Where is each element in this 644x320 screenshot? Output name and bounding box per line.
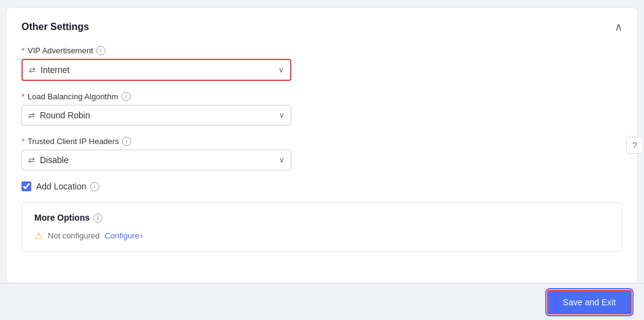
not-configured-row: ⚠ Not configured Configure › bbox=[34, 230, 610, 242]
load-balancing-value: Round Robin bbox=[40, 110, 90, 120]
tc-info-icon[interactable]: i bbox=[122, 137, 131, 146]
configure-link[interactable]: Configure › bbox=[105, 231, 144, 240]
load-balancing-field: * Load Balancing Algorithm i ⇄ Round Rob… bbox=[21, 92, 623, 126]
footer: Save and Exit bbox=[0, 283, 644, 320]
vip-required-star: * bbox=[21, 46, 25, 55]
lb-chevron-icon: ∨ bbox=[279, 111, 285, 120]
vip-advertisement-value: Internet bbox=[40, 65, 69, 75]
vip-chevron-icon: ∨ bbox=[278, 66, 284, 74]
lb-sync-icon: ⇄ bbox=[28, 111, 35, 120]
help-bubble[interactable]: ? bbox=[626, 137, 643, 154]
not-configured-text: Not configured bbox=[48, 231, 100, 240]
main-content: Other Settings ∧ * VIP Advertisement i ⇄… bbox=[0, 0, 644, 283]
card-title: Other Settings bbox=[21, 21, 89, 32]
more-options-title: More Options i bbox=[34, 213, 610, 223]
lb-info-icon[interactable]: i bbox=[121, 92, 131, 101]
vip-sync-icon: ⇄ bbox=[29, 66, 36, 75]
configure-chevron-icon: › bbox=[140, 231, 143, 240]
tc-label-text: Trusted Client IP Headers bbox=[28, 137, 119, 146]
collapse-icon[interactable]: ∧ bbox=[615, 20, 623, 34]
more-options-box: More Options i ⚠ Not configured Configur… bbox=[21, 202, 623, 252]
add-location-row: Add Location i bbox=[21, 181, 623, 191]
configure-label: Configure bbox=[105, 231, 139, 240]
vip-advertisement-select[interactable]: ⇄ Internet ∨ bbox=[21, 59, 291, 81]
tc-required-star: * bbox=[21, 137, 25, 146]
add-location-text: Add Location bbox=[36, 181, 86, 191]
card-header: Other Settings ∧ bbox=[21, 20, 623, 34]
vip-info-icon[interactable]: i bbox=[96, 46, 105, 55]
add-location-label: Add Location i bbox=[36, 181, 99, 191]
page-wrapper: Other Settings ∧ * VIP Advertisement i ⇄… bbox=[0, 0, 644, 320]
save-and-exit-button[interactable]: Save and Exit bbox=[547, 290, 632, 314]
vip-advertisement-field: * VIP Advertisement i ⇄ Internet ∨ bbox=[21, 46, 623, 81]
other-settings-card: Other Settings ∧ * VIP Advertisement i ⇄… bbox=[6, 7, 638, 283]
vip-label-text: VIP Advertisement bbox=[28, 46, 93, 55]
add-location-info-icon[interactable]: i bbox=[90, 182, 99, 191]
warning-icon: ⚠ bbox=[34, 230, 43, 242]
help-icon: ? bbox=[632, 140, 637, 150]
trusted-client-field: * Trusted Client IP Headers i ⇄ Disable … bbox=[21, 137, 623, 170]
trusted-client-value: Disable bbox=[40, 155, 69, 165]
lb-required-star: * bbox=[21, 92, 25, 101]
more-options-title-text: More Options bbox=[34, 213, 90, 223]
tc-chevron-icon: ∨ bbox=[279, 156, 285, 164]
load-balancing-select[interactable]: ⇄ Round Robin ∨ bbox=[21, 105, 291, 126]
more-options-info-icon[interactable]: i bbox=[93, 213, 102, 223]
add-location-checkbox[interactable] bbox=[21, 181, 31, 191]
trusted-client-select[interactable]: ⇄ Disable ∨ bbox=[21, 150, 291, 170]
load-balancing-label: * Load Balancing Algorithm i bbox=[21, 92, 623, 101]
outer-wrapper: Other Settings ∧ * VIP Advertisement i ⇄… bbox=[0, 0, 644, 320]
lb-label-text: Load Balancing Algorithm bbox=[28, 92, 118, 101]
trusted-client-label: * Trusted Client IP Headers i bbox=[21, 137, 623, 146]
tc-sync-icon: ⇄ bbox=[28, 156, 35, 165]
vip-advertisement-label: * VIP Advertisement i bbox=[21, 46, 623, 55]
